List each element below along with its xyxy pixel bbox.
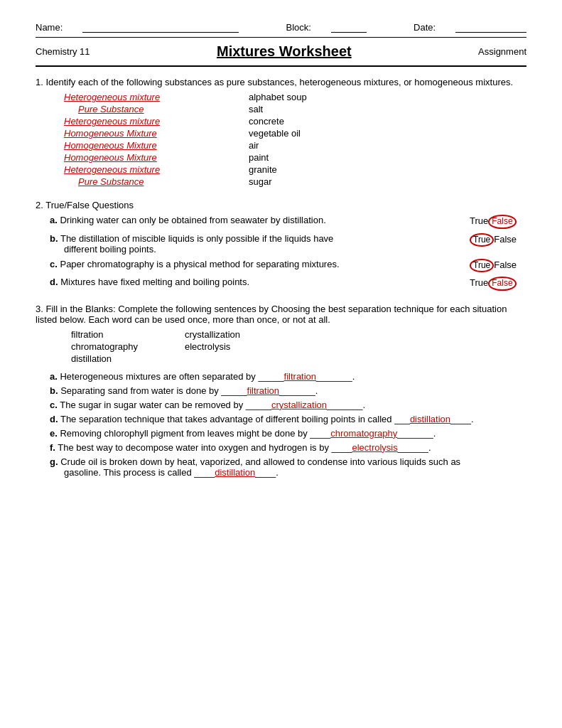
q1-answer-cell: Homogeneous Mixture bbox=[64, 140, 249, 151]
page-title: Mixtures Worksheet bbox=[90, 43, 479, 60]
q3-items: a. Heterogeneous mixtures are often sepa… bbox=[50, 371, 526, 478]
fill-item: c. The sugar in sugar water can be remov… bbox=[50, 400, 526, 410]
q1-answer-cell: Pure Substance bbox=[64, 104, 249, 114]
fill-item: d. The separation technique that takes a… bbox=[50, 414, 526, 424]
name-label: Name: bbox=[36, 22, 63, 33]
date-field[interactable] bbox=[455, 21, 526, 33]
date-label: Date: bbox=[414, 22, 436, 33]
section-q2: 2. True/False Questions a. Drinking wate… bbox=[36, 200, 526, 291]
fill-item: g. Crude oil is broken down by heat, vap… bbox=[50, 456, 526, 478]
q3-intro: 3. Fill in the Blanks: Complete the foll… bbox=[36, 304, 526, 325]
q1-intro: 1. Identify each of the following substa… bbox=[36, 77, 526, 87]
assignment-label: Assignment bbox=[478, 46, 526, 57]
q1-answer-cell: Heterogeneous mixture bbox=[64, 92, 249, 102]
tf-question: c. Paper chromatography is a physical me… bbox=[50, 259, 470, 269]
wordbank-col1: distillation bbox=[71, 353, 185, 364]
q2-title: 2. True/False Questions bbox=[36, 200, 526, 210]
wordbank-col2: electrolysis bbox=[185, 341, 526, 352]
tf-answer: TrueFalse bbox=[470, 259, 526, 273]
header-divider-top bbox=[36, 37, 526, 38]
q1-substance-cell: concrete bbox=[249, 116, 526, 127]
block-label: Block: bbox=[286, 22, 310, 33]
q3-wordbank: filtrationcrystallizationchromatographye… bbox=[71, 329, 526, 364]
tf-question: d. Mixtures have fixed melting and boili… bbox=[50, 277, 470, 287]
tf-row: b. The distillation of miscible liquids … bbox=[50, 233, 526, 255]
wordbank-col2 bbox=[185, 353, 526, 364]
q1-grid: Heterogeneous mixturealphabet soupPure S… bbox=[64, 92, 526, 187]
header-divider-bottom bbox=[36, 65, 526, 67]
q2-container: a. Drinking water can only be obtained f… bbox=[36, 215, 526, 291]
q1-answer-cell: Heterogeneous mixture bbox=[64, 164, 249, 175]
q1-answer-cell: Homogeneous Mixture bbox=[64, 128, 249, 139]
course-label: Chemistry 11 bbox=[36, 46, 90, 57]
fill-item: f. The best way to decompose water into … bbox=[50, 442, 526, 453]
tf-row: d. Mixtures have fixed melting and boili… bbox=[50, 277, 526, 291]
q1-answer-cell: Homogeneous Mixture bbox=[64, 152, 249, 163]
section-q3: 3. Fill in the Blanks: Complete the foll… bbox=[36, 304, 526, 478]
q1-answer-cell: Pure Substance bbox=[64, 176, 249, 187]
tf-row: c. Paper chromatography is a physical me… bbox=[50, 259, 526, 273]
q1-substance-cell: salt bbox=[249, 104, 526, 114]
q1-answer-cell: Heterogeneous mixture bbox=[64, 116, 249, 127]
section-q1: 1. Identify each of the following substa… bbox=[36, 77, 526, 187]
tf-answer: TrueFalse bbox=[470, 233, 526, 247]
tf-question: b. The distillation of miscible liquids … bbox=[50, 233, 470, 255]
header-top: Name: Block: Date: bbox=[36, 21, 526, 33]
tf-question: a. Drinking water can only be obtained f… bbox=[50, 215, 470, 225]
q1-substance-cell: alphabet soup bbox=[249, 92, 526, 102]
wordbank-col2: crystallization bbox=[185, 329, 526, 340]
wordbank-col1: chromatography bbox=[71, 341, 185, 352]
tf-answer: TrueFalse bbox=[470, 215, 526, 229]
header-main: Chemistry 11 Mixtures Worksheet Assignme… bbox=[36, 41, 526, 63]
fill-item: a. Heterogeneous mixtures are often sepa… bbox=[50, 371, 526, 382]
q1-substance-cell: granite bbox=[249, 164, 526, 175]
name-field[interactable] bbox=[82, 21, 239, 33]
q1-substance-cell: paint bbox=[249, 152, 526, 163]
q1-substance-cell: air bbox=[249, 140, 526, 151]
block-field[interactable] bbox=[331, 21, 367, 33]
tf-row: a. Drinking water can only be obtained f… bbox=[50, 215, 526, 229]
fill-item: e. Removing chlorophyll pigment from lea… bbox=[50, 428, 526, 439]
q1-substance-cell: sugar bbox=[249, 176, 526, 187]
fill-item: b. Separating sand from water is done by… bbox=[50, 385, 526, 396]
wordbank-col1: filtration bbox=[71, 329, 185, 340]
tf-answer: TrueFalse bbox=[470, 277, 526, 291]
q1-substance-cell: vegetable oil bbox=[249, 128, 526, 139]
